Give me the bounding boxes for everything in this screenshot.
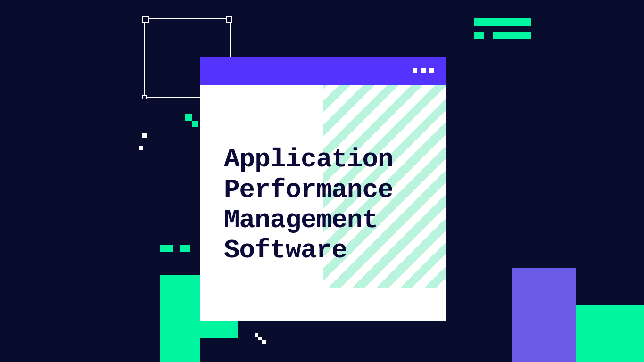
green-rect-bottom-right — [576, 305, 644, 362]
green-small-accent-1 — [160, 245, 173, 252]
titlebar-dot-3 — [429, 68, 434, 73]
green-accent-bar-2 — [488, 18, 531, 26]
title-line-2: Performance — [224, 175, 427, 205]
green-pixel-accent-1 — [185, 114, 192, 121]
cursor-pixel-1 — [255, 333, 258, 337]
green-pixel-accent-2 — [192, 121, 198, 127]
dark-overlay-bottom — [200, 338, 248, 362]
white-pixel-2 — [139, 146, 143, 150]
title-line-4: Software — [224, 235, 427, 265]
white-pixel-1 — [142, 133, 147, 138]
green-accent-bar-4 — [493, 32, 531, 39]
title-line-1: Application — [224, 144, 427, 174]
browser-content-area: Application Performance Management Softw… — [200, 85, 446, 321]
purple-rect-bottom-right — [512, 268, 576, 362]
main-title: Application Performance Management Softw… — [224, 144, 427, 266]
browser-titlebar — [200, 57, 446, 85]
green-accent-bar-3 — [474, 32, 484, 39]
cursor-pixel-2 — [258, 337, 262, 340]
titlebar-dot-1 — [413, 68, 417, 73]
cursor-pixel-3 — [262, 340, 266, 344]
browser-window: Application Performance Management Softw… — [200, 57, 446, 321]
corner-handle-bl — [142, 95, 147, 99]
title-line-3: Management — [224, 205, 427, 235]
titlebar-dot-2 — [421, 68, 426, 73]
green-small-accent-2 — [180, 245, 190, 252]
